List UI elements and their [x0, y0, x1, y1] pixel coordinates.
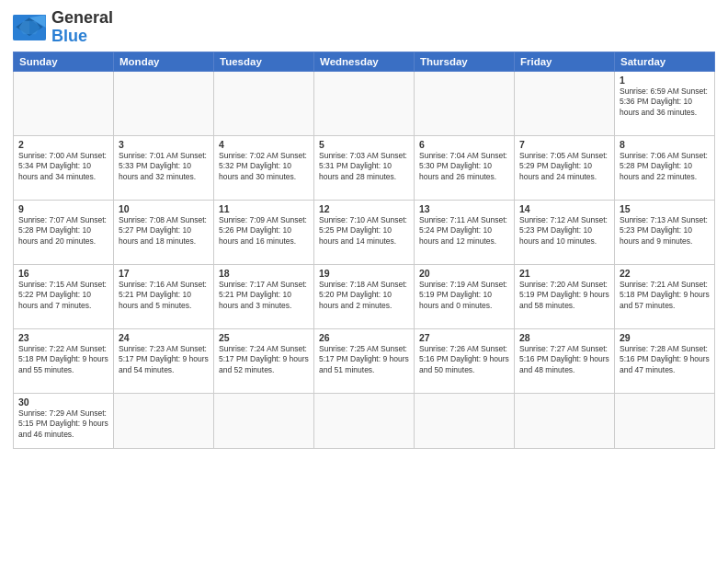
calendar-cell: 4Sunrise: 7:02 AM Sunset: 5:32 PM Daylig… [214, 135, 314, 200]
day-info: Sunrise: 7:24 AM Sunset: 5:17 PM Dayligh… [219, 344, 309, 375]
day-number: 26 [319, 332, 409, 343]
day-info: Sunrise: 7:08 AM Sunset: 5:27 PM Dayligh… [119, 215, 209, 247]
calendar-cell: 3Sunrise: 7:01 AM Sunset: 5:33 PM Daylig… [114, 135, 214, 200]
calendar: SundayMondayTuesdayWednesdayThursdayFrid… [13, 52, 715, 449]
day-info: Sunrise: 7:13 AM Sunset: 5:23 PM Dayligh… [620, 215, 710, 247]
calendar-cell: 9Sunrise: 7:07 AM Sunset: 5:28 PM Daylig… [14, 200, 114, 264]
weekday-friday: Friday [515, 52, 615, 71]
day-number: 15 [620, 203, 710, 214]
calendar-cell: 14Sunrise: 7:12 AM Sunset: 5:23 PM Dayli… [515, 200, 615, 264]
day-number: 28 [519, 332, 609, 343]
day-number: 23 [18, 332, 108, 343]
calendar-cell: 12Sunrise: 7:10 AM Sunset: 5:25 PM Dayli… [314, 200, 415, 264]
calendar-cell: 28Sunrise: 7:27 AM Sunset: 5:16 PM Dayli… [515, 328, 615, 393]
calendar-cell: 23Sunrise: 7:22 AM Sunset: 5:18 PM Dayli… [14, 328, 114, 393]
day-info: Sunrise: 7:01 AM Sunset: 5:33 PM Dayligh… [119, 151, 209, 182]
day-info: Sunrise: 7:26 AM Sunset: 5:16 PM Dayligh… [419, 344, 509, 375]
weekday-monday: Monday [114, 52, 214, 71]
day-info: Sunrise: 7:04 AM Sunset: 5:30 PM Dayligh… [419, 151, 509, 182]
day-number: 18 [219, 268, 309, 279]
day-number: 12 [319, 203, 409, 214]
day-number: 21 [519, 268, 609, 279]
day-number: 16 [18, 268, 108, 279]
day-number: 13 [419, 203, 509, 214]
day-number: 22 [620, 268, 710, 279]
calendar-cell: 13Sunrise: 7:11 AM Sunset: 5:24 PM Dayli… [415, 200, 515, 264]
calendar-cell [415, 393, 515, 448]
day-number: 9 [18, 203, 108, 214]
day-number: 24 [119, 332, 209, 343]
day-info: Sunrise: 7:20 AM Sunset: 5:19 PM Dayligh… [519, 280, 609, 311]
calendar-cell [415, 71, 515, 135]
calendar-cell: 21Sunrise: 7:20 AM Sunset: 5:19 PM Dayli… [515, 264, 615, 328]
calendar-cell [114, 71, 214, 135]
calendar-cell [515, 393, 615, 448]
calendar-cell [214, 71, 314, 135]
day-number: 25 [219, 332, 309, 343]
day-info: Sunrise: 7:00 AM Sunset: 5:34 PM Dayligh… [18, 151, 108, 182]
calendar-week-5: 23Sunrise: 7:22 AM Sunset: 5:18 PM Dayli… [14, 328, 715, 393]
day-info: Sunrise: 7:07 AM Sunset: 5:28 PM Dayligh… [18, 215, 108, 247]
day-number: 17 [119, 268, 209, 279]
calendar-cell: 19Sunrise: 7:18 AM Sunset: 5:20 PM Dayli… [314, 264, 415, 328]
calendar-cell: 22Sunrise: 7:21 AM Sunset: 5:18 PM Dayli… [615, 264, 715, 328]
day-number: 27 [419, 332, 509, 343]
day-info: Sunrise: 7:15 AM Sunset: 5:22 PM Dayligh… [18, 280, 108, 311]
calendar-cell [615, 393, 715, 448]
day-number: 8 [620, 139, 710, 150]
day-number: 1 [620, 75, 710, 86]
weekday-sunday: Sunday [14, 52, 114, 71]
day-info: Sunrise: 7:17 AM Sunset: 5:21 PM Dayligh… [219, 280, 309, 311]
day-number: 19 [319, 268, 409, 279]
calendar-cell: 10Sunrise: 7:08 AM Sunset: 5:27 PM Dayli… [114, 200, 214, 264]
day-info: Sunrise: 7:18 AM Sunset: 5:20 PM Dayligh… [319, 280, 409, 311]
day-number: 11 [219, 203, 309, 214]
calendar-cell: 1Sunrise: 6:59 AM Sunset: 5:36 PM Daylig… [615, 71, 715, 135]
day-number: 7 [519, 139, 609, 150]
calendar-cell: 27Sunrise: 7:26 AM Sunset: 5:16 PM Dayli… [415, 328, 515, 393]
day-info: Sunrise: 7:29 AM Sunset: 5:15 PM Dayligh… [18, 408, 108, 440]
day-info: Sunrise: 7:05 AM Sunset: 5:29 PM Dayligh… [519, 151, 609, 182]
weekday-wednesday: Wednesday [314, 52, 415, 71]
calendar-cell: 30Sunrise: 7:29 AM Sunset: 5:15 PM Dayli… [14, 393, 114, 448]
day-info: Sunrise: 7:28 AM Sunset: 5:16 PM Dayligh… [620, 344, 710, 375]
day-info: Sunrise: 7:25 AM Sunset: 5:17 PM Dayligh… [319, 344, 409, 375]
header: GeneralBlue [13, 9, 715, 46]
calendar-cell: 2Sunrise: 7:00 AM Sunset: 5:34 PM Daylig… [14, 135, 114, 200]
weekday-header-row: SundayMondayTuesdayWednesdayThursdayFrid… [14, 52, 715, 71]
calendar-week-4: 16Sunrise: 7:15 AM Sunset: 5:22 PM Dayli… [14, 264, 715, 328]
calendar-week-2: 2Sunrise: 7:00 AM Sunset: 5:34 PM Daylig… [14, 135, 715, 200]
logo-icon [13, 15, 46, 40]
calendar-cell: 25Sunrise: 7:24 AM Sunset: 5:17 PM Dayli… [214, 328, 314, 393]
day-info: Sunrise: 7:21 AM Sunset: 5:18 PM Dayligh… [620, 280, 710, 311]
day-info: Sunrise: 6:59 AM Sunset: 5:36 PM Dayligh… [620, 86, 710, 118]
day-info: Sunrise: 7:27 AM Sunset: 5:16 PM Dayligh… [519, 344, 609, 375]
calendar-week-1: 1Sunrise: 6:59 AM Sunset: 5:36 PM Daylig… [14, 71, 715, 135]
day-info: Sunrise: 7:10 AM Sunset: 5:25 PM Dayligh… [319, 215, 409, 247]
calendar-cell: 24Sunrise: 7:23 AM Sunset: 5:17 PM Dayli… [114, 328, 214, 393]
day-info: Sunrise: 7:23 AM Sunset: 5:17 PM Dayligh… [119, 344, 209, 375]
day-info: Sunrise: 7:22 AM Sunset: 5:18 PM Dayligh… [18, 344, 108, 375]
day-number: 2 [18, 139, 108, 150]
day-number: 29 [620, 332, 710, 343]
calendar-cell: 6Sunrise: 7:04 AM Sunset: 5:30 PM Daylig… [415, 135, 515, 200]
calendar-cell: 20Sunrise: 7:19 AM Sunset: 5:19 PM Dayli… [415, 264, 515, 328]
calendar-cell: 15Sunrise: 7:13 AM Sunset: 5:23 PM Dayli… [615, 200, 715, 264]
day-info: Sunrise: 7:09 AM Sunset: 5:26 PM Dayligh… [219, 215, 309, 247]
calendar-cell: 8Sunrise: 7:06 AM Sunset: 5:28 PM Daylig… [615, 135, 715, 200]
calendar-cell [114, 393, 214, 448]
calendar-cell [214, 393, 314, 448]
day-number: 5 [319, 139, 409, 150]
logo: GeneralBlue [13, 9, 113, 46]
day-info: Sunrise: 7:12 AM Sunset: 5:23 PM Dayligh… [519, 215, 609, 247]
calendar-week-3: 9Sunrise: 7:07 AM Sunset: 5:28 PM Daylig… [14, 200, 715, 264]
calendar-cell: 18Sunrise: 7:17 AM Sunset: 5:21 PM Dayli… [214, 264, 314, 328]
calendar-cell: 29Sunrise: 7:28 AM Sunset: 5:16 PM Dayli… [615, 328, 715, 393]
day-info: Sunrise: 7:02 AM Sunset: 5:32 PM Dayligh… [219, 151, 309, 182]
calendar-cell [515, 71, 615, 135]
calendar-cell: 16Sunrise: 7:15 AM Sunset: 5:22 PM Dayli… [14, 264, 114, 328]
day-info: Sunrise: 7:16 AM Sunset: 5:21 PM Dayligh… [119, 280, 209, 311]
day-info: Sunrise: 7:19 AM Sunset: 5:19 PM Dayligh… [419, 280, 509, 311]
calendar-week-6: 30Sunrise: 7:29 AM Sunset: 5:15 PM Dayli… [14, 393, 715, 448]
day-info: Sunrise: 7:03 AM Sunset: 5:31 PM Dayligh… [319, 151, 409, 182]
